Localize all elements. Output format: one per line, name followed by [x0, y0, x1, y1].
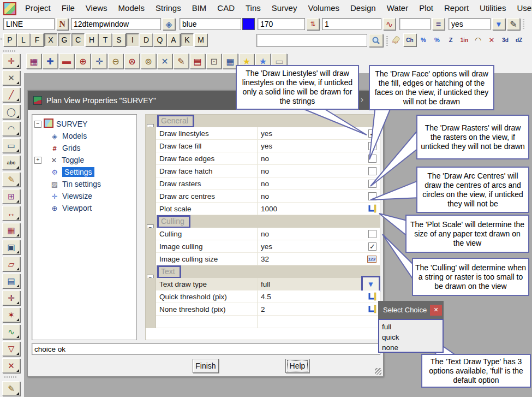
- create-point-icon[interactable]: ✶: [2, 307, 20, 322]
- tree-item-grids[interactable]: # Grids: [34, 142, 136, 154]
- row-plot-scale[interactable]: Plot scale 1000: [146, 203, 380, 215]
- tree-item-tin-settings[interactable]: ▨ Tin settings: [34, 178, 136, 190]
- row-draw-arc-centres[interactable]: Draw arc centres no: [146, 190, 380, 203]
- none-threshold-ruler-icon[interactable]: [367, 305, 376, 313]
- close-icon[interactable]: ✕: [430, 305, 442, 316]
- brush-icon[interactable]: ✎: [2, 172, 20, 187]
- snap-percent2-icon[interactable]: %: [431, 33, 444, 46]
- draw-line-icon[interactable]: ╱: [2, 87, 20, 102]
- search-input[interactable]: [256, 34, 367, 47]
- menu-water[interactable]: Water: [381, 0, 414, 16]
- menu-models[interactable]: Models: [113, 0, 150, 16]
- draw-arc-icon[interactable]: ◠: [2, 121, 20, 136]
- menu-design[interactable]: Design: [345, 0, 381, 16]
- zoom-previous-icon[interactable]: ⊚: [141, 54, 156, 69]
- create-text-icon[interactable]: abc: [2, 155, 20, 170]
- polygon-icon[interactable]: ▱: [2, 257, 20, 271]
- menu-project[interactable]: Project: [20, 0, 56, 16]
- snap-k-button[interactable]: K: [181, 33, 194, 46]
- set-height-icon[interactable]: ⇅: [307, 18, 319, 30]
- menu-tins[interactable]: Tins: [240, 0, 266, 16]
- row-none-threshold[interactable]: None threshold (pix) 2: [146, 303, 380, 316]
- menu-utilities[interactable]: Utilities: [474, 0, 511, 16]
- snap-g-button[interactable]: G: [58, 33, 71, 46]
- move-icon[interactable]: ✛: [2, 291, 20, 305]
- linestyle-icon[interactable]: ≡: [432, 18, 445, 30]
- snap-bearing-icon[interactable]: [390, 33, 403, 46]
- snap-f-button[interactable]: F: [31, 33, 44, 46]
- menu-volumes[interactable]: Volumes: [302, 0, 345, 16]
- status-message-field[interactable]: [32, 343, 380, 355]
- snap-x-button[interactable]: X: [44, 33, 57, 46]
- snap-z-icon[interactable]: Z: [444, 33, 457, 46]
- cogo-icon[interactable]: ⊞: [2, 189, 20, 204]
- snap-q-button[interactable]: Q: [153, 33, 166, 46]
- add-view-icon[interactable]: ✚: [43, 54, 58, 69]
- redraw-brush-icon[interactable]: ✎: [174, 54, 189, 69]
- row-image-culling[interactable]: Image culling yes ✓: [146, 240, 380, 253]
- freehand-icon[interactable]: ✎: [2, 381, 20, 396]
- snap-cross-icon[interactable]: ✕: [2, 70, 20, 85]
- snap-l-button[interactable]: L: [17, 33, 30, 46]
- plot-scale-ruler-icon[interactable]: [367, 204, 376, 213]
- snap-3d-icon[interactable]: 3d: [499, 33, 512, 46]
- snap-t-button[interactable]: T: [99, 33, 112, 46]
- select-choice-titlebar[interactable]: Select Choice ✕: [378, 301, 444, 319]
- menu-file[interactable]: File: [56, 0, 80, 16]
- cad-linestyle-input[interactable]: [399, 18, 431, 30]
- draw-rect-icon[interactable]: ▭: [2, 138, 20, 153]
- draw-face-edges-checkbox[interactable]: [368, 155, 376, 163]
- tree-item-survey[interactable]: − SURVEY: [34, 118, 136, 130]
- row-text-draw-type[interactable]: Text draw type full ▼: [146, 278, 380, 291]
- row-quick-threshold[interactable]: Quick threshold (pix) 4.5: [146, 291, 380, 303]
- menu-report[interactable]: Report: [439, 0, 474, 16]
- snap-1in-icon[interactable]: 1in: [458, 33, 471, 46]
- zoom-extents-icon[interactable]: ⊕: [75, 54, 91, 69]
- cad-tinable-input[interactable]: [449, 18, 491, 30]
- pan-icon[interactable]: ✛: [92, 54, 107, 69]
- tree-item-viewport[interactable]: ⊕ Viewport: [34, 202, 136, 214]
- panel-chevron-icon[interactable]: ›: [361, 94, 363, 104]
- snap-s-button[interactable]: S: [112, 33, 125, 46]
- save-view-icon[interactable]: ▦: [26, 54, 41, 69]
- cad-name-input[interactable]: [3, 18, 55, 30]
- snap-c-button[interactable]: C: [71, 33, 85, 46]
- resize-grip[interactable]: [375, 368, 381, 375]
- finish-button[interactable]: Finish: [193, 359, 219, 373]
- copy-view-icon[interactable]: ⊡: [206, 54, 222, 69]
- expand-icon[interactable]: +: [34, 157, 41, 164]
- graph-icon[interactable]: ∿: [383, 18, 396, 30]
- menu-strings[interactable]: Strings: [150, 0, 187, 16]
- tree-item-settings[interactable]: ⚙ Settings: [34, 166, 136, 178]
- draw-circle-icon[interactable]: ◯: [2, 104, 20, 119]
- snap-p-button[interactable]: P: [3, 33, 16, 46]
- tinable-dropdown-icon[interactable]: ▼: [492, 18, 505, 30]
- snap-cursor-icon[interactable]: ✛: [2, 54, 20, 68]
- menu-survey[interactable]: Survey: [266, 0, 303, 16]
- section-general[interactable]: − General: [146, 115, 380, 127]
- menu-plot[interactable]: Plot: [414, 0, 439, 16]
- cad-weight-input[interactable]: [322, 18, 381, 30]
- search-icon[interactable]: [369, 34, 383, 47]
- row-draw-linestyles[interactable]: Draw linestyles yes ✓: [146, 127, 380, 140]
- fence-icon[interactable]: ▽: [2, 341, 20, 356]
- row-draw-face-edges[interactable]: Draw face edges no: [146, 152, 380, 165]
- menu-bim[interactable]: BIM: [187, 0, 212, 16]
- option-quick[interactable]: quick: [382, 332, 443, 342]
- snap-a-button[interactable]: A: [167, 33, 180, 46]
- row-image-culling-size[interactable]: Image culling size 32 123: [146, 253, 380, 265]
- name-choice-icon[interactable]: N: [56, 18, 68, 30]
- toggle-snap-icon[interactable]: ✕: [157, 54, 172, 69]
- colour-swatch-icon[interactable]: [242, 18, 255, 30]
- remove-view-icon[interactable]: ▬: [59, 54, 74, 69]
- window-select-icon[interactable]: ▣: [2, 240, 20, 254]
- row-draw-rasters[interactable]: Draw rasters no: [146, 177, 380, 190]
- snap-percent-icon[interactable]: %: [417, 33, 430, 46]
- snap-intersect-icon[interactable]: ✕: [485, 33, 498, 46]
- zoom-all-icon[interactable]: ⊛: [124, 54, 140, 69]
- snap-h-button[interactable]: H: [85, 33, 98, 46]
- menu-user[interactable]: User: [511, 0, 532, 16]
- measure-icon[interactable]: ↔: [2, 206, 20, 221]
- option-none[interactable]: none: [382, 342, 443, 353]
- tree-item-models[interactable]: ◈ Models: [34, 130, 136, 142]
